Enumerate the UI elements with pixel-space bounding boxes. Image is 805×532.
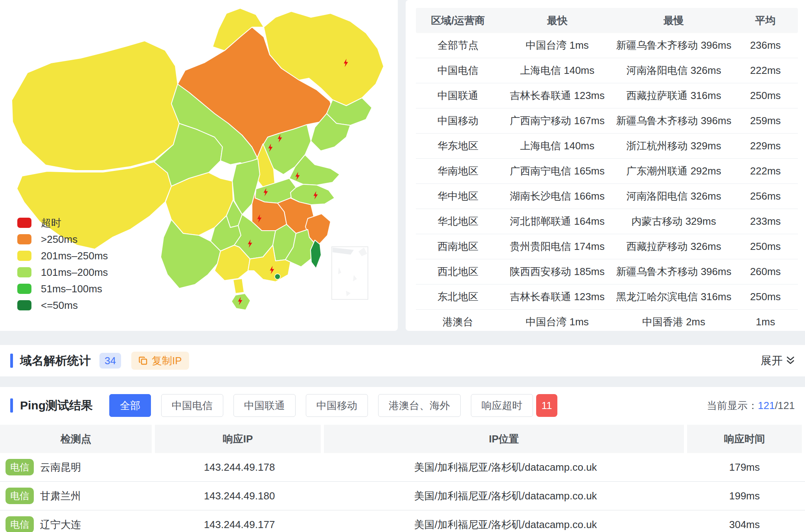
summary-cell: 西藏拉萨联通 316ms [614, 89, 733, 103]
timeout-count-badge: 11 [536, 394, 557, 417]
hongkong-dot[interactable] [275, 274, 280, 279]
summary-row: 中国电信上海电信 140ms河南洛阳电信 326ms222ms [416, 58, 798, 83]
shown-count-value: 121 [758, 400, 775, 411]
legend-swatch [17, 300, 31, 310]
summary-cell: 浙江杭州移动 329ms [614, 139, 733, 153]
summary-cell: 华北地区 [416, 215, 500, 228]
ping-row: 电信云南昆明143.244.49.178美国/加利福尼亚/洛杉矶/datacam… [0, 453, 805, 482]
summary-row: 华南地区广西南宁电信 165ms广东潮州联通 292ms222ms [416, 159, 798, 184]
ping-results-title: Ping测试结果 [20, 398, 93, 414]
expand-control[interactable]: 展开 [761, 353, 795, 368]
summary-cell: 新疆乌鲁木齐移动 396ms [614, 265, 733, 279]
ping-location-cell: 美国/加利福尼亚/洛杉矶/datacamp.co.uk [324, 518, 687, 532]
legend-label: 超时 [41, 216, 61, 230]
summary-row: 华东地区上海电信 140ms浙江杭州移动 329ms229ms [416, 134, 798, 159]
summary-cell: 西北地区 [416, 265, 500, 279]
shown-count-total: 121 [778, 400, 795, 411]
summary-col-region: 区域/运营商 [416, 14, 500, 28]
summary-cell: 东北地区 [416, 290, 500, 304]
ping-node-cell: 电信云南昆明 [0, 459, 155, 475]
summary-cell: 中国台湾 1ms [500, 315, 615, 329]
summary-cell: 河南洛阳电信 326ms [614, 64, 733, 77]
legend-item: 201ms–250ms [17, 248, 108, 264]
ping-time-cell: 179ms [687, 461, 802, 473]
latency-map-card: 超时>250ms201ms–250ms101ms–200ms51ms–100ms… [0, 0, 398, 331]
ping-ip-cell: 143.244.49.177 [155, 519, 324, 531]
summary-cell: 上海电信 140ms [500, 64, 615, 77]
summary-cell: 广东潮州联通 292ms [614, 164, 733, 178]
summary-col-fastest: 最快 [500, 14, 615, 28]
ping-col-location: IP位置 [324, 425, 687, 453]
map-legend: 超时>250ms201ms–250ms101ms–200ms51ms–100ms… [17, 215, 108, 314]
dns-stats-title: 域名解析统计 [20, 353, 91, 369]
summary-cell: 222ms [733, 165, 798, 177]
ping-row: 电信甘肃兰州143.244.49.180美国/加利福尼亚/洛杉矶/datacam… [0, 482, 805, 510]
summary-cell: 中国香港 2ms [614, 315, 733, 329]
shown-count-separator: / [775, 400, 777, 411]
summary-cell: 中国电信 [416, 64, 500, 77]
legend-item: <=50ms [17, 297, 108, 314]
dns-count-badge: 34 [99, 353, 121, 369]
ping-row: 电信辽宁大连143.244.49.177美国/加利福尼亚/洛杉矶/datacam… [0, 510, 805, 532]
summary-cell: 全部节点 [416, 39, 500, 52]
filter-button-中国电信[interactable]: 中国电信 [161, 394, 223, 417]
summary-cell: 260ms [733, 266, 798, 278]
double-chevron-down-icon [786, 356, 795, 366]
ping-location-cell: 美国/加利福尼亚/洛杉矶/datacamp.co.uk [324, 489, 687, 503]
summary-cell: 中国联通 [416, 89, 500, 103]
summary-cell: 229ms [733, 140, 798, 152]
summary-cell: 贵州贵阳电信 174ms [500, 240, 615, 253]
summary-cell: 1ms [733, 316, 798, 328]
summary-cell: 陕西西安移动 185ms [500, 265, 615, 279]
summary-cell: 华东地区 [416, 139, 500, 153]
ping-ip-cell: 143.244.49.178 [155, 461, 324, 473]
filter-button-响应超时[interactable]: 响应超时 [471, 394, 533, 417]
ping-node-cell: 电信甘肃兰州 [0, 488, 155, 504]
ping-time-cell: 199ms [687, 490, 802, 502]
summary-cell: 222ms [733, 64, 798, 77]
summary-row: 港澳台中国台湾 1ms中国香港 2ms1ms [416, 310, 798, 331]
copy-ip-label: 复制IP [152, 356, 182, 366]
summary-cell: 吉林长春联通 123ms [500, 290, 615, 304]
legend-label: 51ms–100ms [41, 283, 102, 295]
section-accent-bar [10, 398, 13, 413]
filter-button-中国移动[interactable]: 中国移动 [306, 394, 368, 417]
summary-cell: 上海电信 140ms [500, 139, 615, 153]
filter-button-全部[interactable]: 全部 [109, 394, 151, 417]
ping-node-cell: 电信辽宁大连 [0, 516, 155, 532]
summary-cell: 新疆乌鲁木齐移动 396ms [614, 114, 733, 128]
summary-cell: 内蒙古移动 329ms [614, 215, 733, 228]
summary-row: 华北地区河北邯郸联通 164ms内蒙古移动 329ms233ms [416, 209, 798, 234]
legend-item: 101ms–200ms [17, 264, 108, 281]
latency-summary-card: 区域/运营商 最快 最慢 平均 全部节点中国台湾 1ms新疆乌鲁木齐移动 396… [406, 0, 805, 331]
legend-swatch [17, 251, 31, 261]
legend-swatch [17, 234, 31, 244]
legend-label: <=50ms [41, 299, 78, 312]
summary-cell: 广西南宁电信 165ms [500, 164, 615, 178]
summary-cell: 西藏拉萨移动 326ms [614, 240, 733, 253]
expand-label: 展开 [761, 353, 783, 368]
summary-row: 西北地区陕西西安移动 185ms新疆乌鲁木齐移动 396ms260ms [416, 259, 798, 284]
summary-cell: 湖南长沙电信 166ms [500, 189, 615, 203]
filter-button-中国联通[interactable]: 中国联通 [233, 394, 296, 417]
node-name: 甘肃兰州 [40, 489, 81, 503]
legend-label: 101ms–200ms [41, 266, 108, 279]
summary-cell: 华南地区 [416, 164, 500, 178]
legend-item: 51ms–100ms [17, 281, 108, 297]
copy-ip-button[interactable]: 复制IP [131, 352, 189, 370]
legend-label: >250ms [41, 233, 77, 246]
summary-cell: 250ms [733, 90, 798, 102]
carrier-filter-group: 全部中国电信中国联通中国移动港澳台、海外响应超时11 [109, 394, 568, 417]
summary-cell: 西南地区 [416, 240, 500, 253]
carrier-badge: 电信 [6, 516, 34, 532]
summary-col-average: 平均 [733, 14, 798, 28]
ping-table-body: 电信云南昆明143.244.49.178美国/加利福尼亚/洛杉矶/datacam… [0, 453, 805, 532]
filter-button-港澳台、海外[interactable]: 港澳台、海外 [378, 394, 461, 417]
copy-icon [138, 356, 148, 365]
filter-with-badge: 响应超时11 [471, 394, 557, 417]
carrier-badge: 电信 [6, 459, 34, 475]
summary-row: 西南地区贵州贵阳电信 174ms西藏拉萨移动 326ms250ms [416, 234, 798, 259]
summary-cell: 港澳台 [416, 315, 500, 329]
summary-row: 全部节点中国台湾 1ms新疆乌鲁木齐移动 396ms236ms [416, 33, 798, 58]
summary-cell: 256ms [733, 190, 798, 202]
